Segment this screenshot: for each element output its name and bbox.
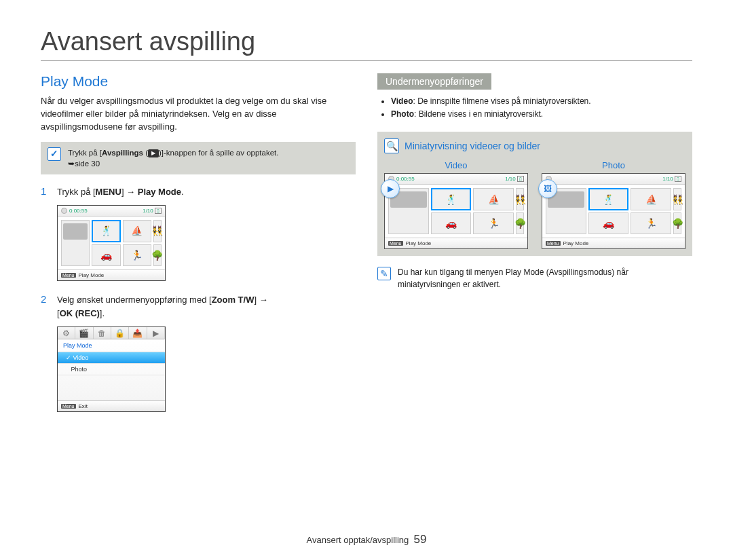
thumbnail: 🏃 [123,244,151,267]
card-icon: ▯ [155,208,162,214]
thumbnail: 🌳 [673,212,681,235]
overview-heading: Miniatyrvisning videoer og bilder [405,141,540,151]
submenu-banner: Undermenyoppføringer [377,73,491,90]
thumbnail: 👯 [516,188,524,210]
overview-video-screenshot: ▶ 0:00:55 1/10 ▯ 🕺 ⛵ 👯 🚗 [384,173,528,249]
menu-row-video: ✓ Video [58,352,165,364]
thumbnail: 🕺 [588,188,629,210]
thumbnail: ⛵ [473,188,514,210]
menu-tab-play-icon: 🎬 [75,327,93,339]
overview-video-label: Video [384,160,528,170]
thumbnail: 🚗 [92,244,120,267]
pencil-note-icon: ✎ [377,267,391,280]
submenu-bullets: Video: De innspilte filmene vises på min… [380,95,692,121]
step-number: 2 [41,293,50,320]
shot-time: 0:00:55 [69,208,88,214]
step-text: Trykk på [MENU] → Play Mode. [57,185,184,199]
menu-row-photo: Photo [58,364,165,375]
shot-footer-label: Play Mode [79,272,105,278]
menu-tab-share-icon: 📤 [129,327,147,339]
menu-tab-slide-icon: ▶ [147,327,165,339]
thumbnail: 🕺 [92,220,120,242]
shot-counter: 1/10 [143,208,153,214]
thumbnail: 🚗 [431,212,472,235]
menu-tab-gear-icon: ⚙ [58,327,75,339]
page-title: Avansert avspilling [41,27,692,61]
thumbnail: 🌳 [516,212,524,235]
menu-chip: Menu [61,404,76,409]
step-1: 1 Trykk på [MENU] → Play Mode. [41,185,356,199]
menu-chip: Menu [546,241,561,246]
thumbnail: 🏃 [631,212,671,235]
thumbnail: ⛵ [631,188,671,210]
thumbnail-overview-panel: 🔍 Miniatyrvisning videoer og bilder Vide… [377,132,692,256]
info-note-text: Du har kun tilgang til menyen Play Mode … [398,267,692,291]
screenshot-menu-selection: ⚙ 🎬 🗑 🔒 📤 ▶ Play Mode ✓ Video Photo Menu… [57,326,166,412]
step-2: 2 Velg ønsket undermenyoppføring med [Zo… [41,293,356,320]
magnifier-icon: 🔍 [384,138,399,153]
scrollbar [61,220,90,266]
record-indicator-icon [61,208,67,214]
tip-text: Trykk på [Avspillings (▶)]-knappen for å… [68,147,278,169]
step-number: 1 [41,185,50,199]
thumbnail: 👯 [153,220,162,242]
menu-chip: Menu [388,241,403,246]
intro-text: Når du velger avspillingsmodus vil produ… [41,95,356,134]
overview-photo-screenshot: 🖼 1/10 ▯ 🕺 ⛵ 👯 🚗 🏃 [542,173,685,249]
screenshot-play-mode-grid: 0:00:55 1/10 ▯ 🕺 ⛵ 👯 🚗 🏃 🌳 Menu Play Mod… [57,205,166,281]
play-tip-box: ✓ Trykk på [Avspillings (▶)]-knappen for… [41,142,356,174]
menu-chip: Menu [61,273,76,278]
menu-tab-lock-icon: 🔒 [111,327,129,339]
thumbnail: 🚗 [588,212,629,235]
thumbnail: 🌳 [153,244,162,267]
check-icon: ✓ [48,147,61,161]
section-heading: Play Mode [41,73,356,90]
menu-section-label: Play Mode [58,339,165,352]
play-icon: ▶ [148,149,159,157]
info-note: ✎ Du har kun tilgang til menyen Play Mod… [377,267,692,291]
thumbnail: 🏃 [473,212,514,235]
thumbnail: ⛵ [123,220,151,242]
step-text: Velg ønsket undermenyoppføring med [Zoom… [57,293,268,320]
menu-footer-label: Exit [79,403,88,409]
menu-tab-trash-icon: 🗑 [94,327,111,339]
overview-photo-label: Photo [542,160,685,170]
thumbnail: 🕺 [431,188,472,210]
thumbnail: 👯 [673,188,681,210]
page-footer: Avansert opptak/avspilling 59 [0,533,733,546]
